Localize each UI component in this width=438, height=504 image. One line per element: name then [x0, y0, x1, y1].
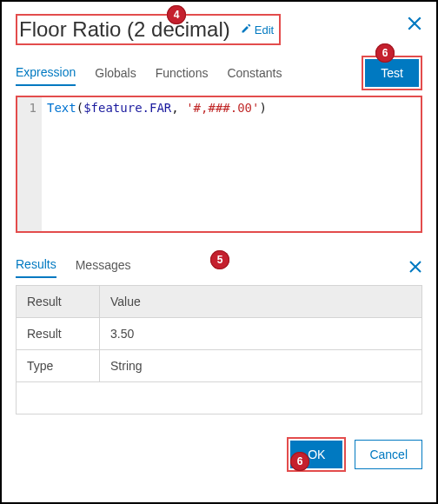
- title-container: Floor Ratio (2 decimal) Edit: [16, 14, 281, 45]
- close-icon[interactable]: [407, 16, 422, 35]
- code-editor[interactable]: 1 Text($feature.FAR, '#,###.00'): [16, 96, 422, 233]
- pencil-icon: [241, 23, 251, 36]
- dialog-footer: OK Cancel: [16, 437, 422, 472]
- expression-title: Floor Ratio (2 decimal): [19, 17, 230, 42]
- test-button[interactable]: Test: [365, 59, 419, 87]
- line-gutter: 1: [17, 97, 42, 231]
- callout-4: 4: [167, 5, 186, 24]
- tab-constants[interactable]: Constants: [227, 66, 282, 85]
- callout-6-top: 6: [375, 43, 395, 63]
- table-row: Type String: [17, 350, 421, 382]
- editor-tabs: Expression Globals Functions Constants T…: [16, 61, 422, 90]
- col-result: Result: [17, 286, 100, 317]
- cancel-button[interactable]: Cancel: [355, 440, 422, 469]
- tab-functions[interactable]: Functions: [156, 66, 209, 85]
- table-header-row: Result Value: [17, 286, 421, 318]
- cell-value: 3.50: [100, 318, 421, 349]
- cell-key: Type: [17, 350, 100, 381]
- table-row: Result 3.50: [17, 318, 421, 350]
- cell-value: String: [100, 350, 421, 381]
- code-line: Text($feature.FAR, '#,###.00'): [42, 97, 272, 231]
- close-results-icon[interactable]: [408, 260, 422, 276]
- callout-5: 5: [210, 250, 229, 269]
- tab-results[interactable]: Results: [16, 257, 56, 278]
- col-value: Value: [100, 286, 421, 317]
- edit-label: Edit: [255, 23, 274, 36]
- tab-expression[interactable]: Expression: [16, 65, 76, 86]
- results-table: Result Value Result 3.50 Type String: [16, 285, 422, 414]
- callout-6-bottom: 6: [290, 452, 309, 471]
- cell-key: Result: [17, 318, 100, 349]
- line-number: 1: [17, 101, 36, 115]
- test-button-highlight: Test: [362, 56, 422, 90]
- tab-globals[interactable]: Globals: [95, 66, 136, 85]
- tab-messages[interactable]: Messages: [76, 258, 131, 277]
- edit-button[interactable]: Edit: [241, 23, 274, 36]
